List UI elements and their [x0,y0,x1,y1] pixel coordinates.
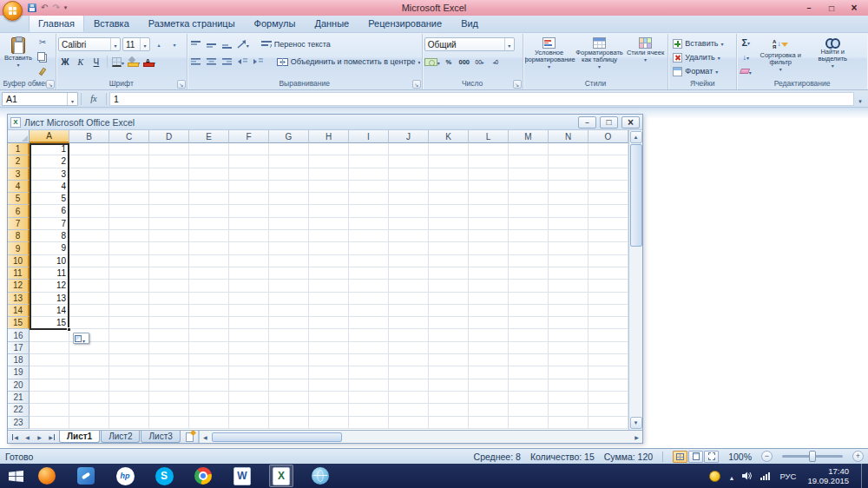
cell-N3[interactable] [549,168,589,181]
cell-O14[interactable] [589,305,628,317]
tab-page-layout[interactable]: Разметка страницы [139,15,245,32]
cell-G5[interactable] [269,193,309,205]
cell-D2[interactable] [149,155,189,168]
cell-L16[interactable] [469,329,509,341]
cell-O8[interactable] [589,230,628,242]
cell-F7[interactable] [229,218,269,230]
cell-D8[interactable] [149,230,189,242]
align-top-button[interactable] [189,37,203,51]
cell-F6[interactable] [229,205,269,217]
last-sheet-button[interactable] [46,432,57,442]
cell-C11[interactable] [109,267,149,280]
cell-L6[interactable] [469,205,509,217]
borders-button[interactable] [111,55,125,69]
skype-icon[interactable] [152,465,176,487]
cell-F15[interactable] [229,317,269,329]
cell-A15[interactable]: 15 [30,317,69,329]
workbook-minimize-button[interactable] [578,116,596,129]
cell-J16[interactable] [389,329,429,341]
find-select-button[interactable]: Найти и выделить [808,36,857,78]
previous-sheet-button[interactable] [22,432,33,442]
cell-F20[interactable] [229,379,269,392]
clear-button[interactable] [739,64,753,78]
cell-K22[interactable] [429,404,469,416]
cell-I1[interactable] [349,143,389,155]
cell-A14[interactable]: 14 [30,305,69,317]
cell-E12[interactable] [189,280,229,292]
volume-icon[interactable] [742,472,753,480]
cell-J2[interactable] [389,155,429,168]
hp-support-icon[interactable] [113,465,137,487]
cell-G2[interactable] [269,155,309,168]
cell-C5[interactable] [109,193,149,205]
row-header-7[interactable]: 7 [8,218,30,230]
cell-N17[interactable] [549,342,589,354]
language-indicator[interactable]: РУС [779,472,796,481]
cell-J19[interactable] [389,366,429,379]
column-header-J[interactable]: J [389,130,429,143]
cell-B6[interactable] [69,205,109,217]
format-painter-icon[interactable] [36,64,49,78]
cell-E7[interactable] [189,218,229,230]
tab-insert[interactable]: Вставка [84,15,139,32]
cell-A11[interactable]: 11 [30,267,69,280]
cell-G4[interactable] [269,181,309,193]
rocket-app-icon[interactable] [74,465,98,487]
cell-H19[interactable] [309,366,349,379]
cell-O2[interactable] [589,155,628,168]
cell-I7[interactable] [349,218,389,230]
scroll-up-button[interactable] [630,131,642,143]
cell-I18[interactable] [349,354,389,366]
row-header-21[interactable]: 21 [8,392,30,404]
column-header-O[interactable]: O [589,130,628,143]
tab-home[interactable]: Главная [29,15,84,32]
cell-I6[interactable] [349,205,389,217]
row-header-5[interactable]: 5 [8,193,30,205]
cell-L18[interactable] [469,354,509,366]
cell-N8[interactable] [549,230,589,242]
cell-L11[interactable] [469,267,509,280]
row-header-1[interactable]: 1 [8,143,30,155]
cell-L19[interactable] [469,366,509,379]
column-header-I[interactable]: I [349,130,389,143]
cell-L1[interactable] [469,143,509,155]
wrap-text-button[interactable]: Перенос текста [259,36,333,52]
cell-G10[interactable] [269,255,309,267]
cell-N7[interactable] [549,218,589,230]
cell-F3[interactable] [229,168,269,181]
cell-M2[interactable] [509,155,549,168]
horizontal-scrollbar-thumb[interactable] [212,432,342,442]
cell-A8[interactable]: 8 [30,230,69,242]
cell-F18[interactable] [229,354,269,366]
cell-N5[interactable] [549,193,589,205]
insert-function-button[interactable]: fx [84,94,103,103]
tab-data[interactable]: Данные [305,15,358,32]
cell-C2[interactable] [109,155,149,168]
cell-M1[interactable] [509,143,549,155]
cell-O6[interactable] [589,205,628,217]
workbook-maximize-button[interactable] [600,116,618,129]
font-size-combo[interactable]: 11 [122,37,150,51]
cell-E18[interactable] [189,354,229,366]
cell-D17[interactable] [149,342,189,354]
cell-L20[interactable] [469,379,509,392]
zoom-slider[interactable] [782,455,843,458]
cell-G17[interactable] [269,342,309,354]
cell-B3[interactable] [69,168,109,181]
cell-L7[interactable] [469,218,509,230]
format-cells-button[interactable]: Формат [670,64,734,78]
cell-I13[interactable] [349,293,389,305]
cell-J4[interactable] [389,181,429,193]
sort-filter-button[interactable]: Сортировка и фильтр [754,36,806,78]
cell-A1[interactable]: 1 [30,143,69,155]
cell-D6[interactable] [149,205,189,217]
expand-formula-bar-button[interactable] [854,91,866,107]
cell-D3[interactable] [149,168,189,181]
cell-H8[interactable] [309,230,349,242]
insert-worksheet-button[interactable] [181,431,199,443]
excel-icon[interactable] [269,465,293,487]
cell-J6[interactable] [389,205,429,217]
cell-D5[interactable] [149,193,189,205]
cell-K21[interactable] [429,392,469,404]
cell-B2[interactable] [69,155,109,168]
